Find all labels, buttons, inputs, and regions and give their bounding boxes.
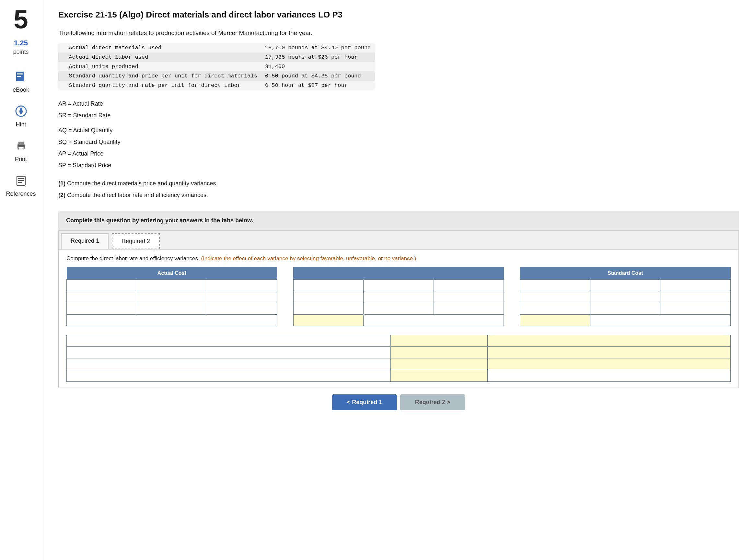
summary-yellow1[interactable]: [293, 315, 364, 326]
cell[interactable]: [433, 291, 504, 303]
input-sc-r2c2[interactable]: [590, 291, 660, 303]
tabs-container: Required 1 Required 2 Compute the direct…: [58, 231, 739, 388]
input-ac-r3c3[interactable]: [207, 303, 277, 314]
input-summary-ac[interactable]: [67, 315, 277, 326]
yellow-cell[interactable]: [390, 370, 488, 382]
yellow-cell[interactable]: [488, 335, 731, 347]
input-summary-y2[interactable]: [520, 315, 590, 326]
cell[interactable]: [207, 280, 278, 291]
input-b-r1c3[interactable]: [488, 335, 730, 346]
input-m-r2c3[interactable]: [434, 291, 504, 303]
cell[interactable]: [207, 291, 278, 303]
data-value: 16,700 pounds at $4.40 per pound: [261, 43, 374, 53]
yellow-cell[interactable]: [390, 358, 488, 370]
input-sc-r1c3[interactable]: [660, 280, 730, 291]
cell[interactable]: [660, 303, 731, 315]
input-sc-r1c2[interactable]: [590, 280, 660, 291]
input-sc-r3c3[interactable]: [660, 303, 730, 314]
cell[interactable]: [590, 303, 660, 315]
next-button[interactable]: Required 2 >: [400, 394, 465, 410]
summary-sc[interactable]: [590, 315, 730, 326]
cell[interactable]: [207, 303, 278, 315]
input-ac-r3c2[interactable]: [137, 303, 207, 314]
input-m-r3c3[interactable]: [434, 303, 504, 314]
input-ac-r2c2[interactable]: [137, 291, 207, 303]
input-b-r3c1[interactable]: [67, 358, 390, 370]
yellow-cell[interactable]: [390, 335, 488, 347]
yellow-cell[interactable]: [488, 358, 731, 370]
cell[interactable]: [520, 303, 590, 315]
input-b-r1c2[interactable]: [391, 335, 488, 346]
input-b-r4c1[interactable]: [67, 370, 390, 381]
cell[interactable]: [520, 280, 590, 291]
input-sc-r2c1[interactable]: [520, 291, 590, 303]
input-b-r3c2[interactable]: [391, 358, 488, 370]
yellow-cell[interactable]: [488, 347, 731, 358]
cell[interactable]: [293, 291, 364, 303]
cell[interactable]: [67, 335, 391, 347]
input-b-r4c2[interactable]: [391, 370, 488, 381]
cell[interactable]: [433, 303, 504, 315]
cell[interactable]: [590, 280, 660, 291]
input-b-r2c2[interactable]: [391, 347, 488, 358]
input-sc-r3c2[interactable]: [590, 303, 660, 314]
cell[interactable]: [137, 291, 207, 303]
cell[interactable]: [67, 358, 391, 370]
input-summary-m[interactable]: [364, 315, 504, 326]
input-b-r2c1[interactable]: [67, 347, 390, 358]
cell[interactable]: [488, 370, 731, 382]
cell[interactable]: [364, 291, 434, 303]
cell[interactable]: [67, 303, 137, 315]
tab-required2[interactable]: Required 2: [112, 233, 160, 249]
input-summary-y1[interactable]: [293, 315, 364, 326]
input-m-r1c1[interactable]: [293, 280, 364, 291]
tab-required1[interactable]: Required 1: [61, 233, 108, 249]
input-sc-r3c1[interactable]: [520, 303, 590, 314]
input-b-r3c3[interactable]: [488, 358, 730, 370]
input-m-r2c1[interactable]: [293, 291, 364, 303]
input-ac-r1c3[interactable]: [207, 280, 277, 291]
yellow-cell[interactable]: [390, 347, 488, 358]
cell[interactable]: [67, 291, 137, 303]
cell[interactable]: [660, 280, 731, 291]
input-b-r4c3[interactable]: [488, 370, 730, 381]
input-sc-r1c1[interactable]: [520, 280, 590, 291]
sidebar-item-references[interactable]: References: [6, 173, 36, 197]
input-m-r3c2[interactable]: [364, 303, 433, 314]
cell[interactable]: [293, 280, 364, 291]
cell[interactable]: [137, 303, 207, 315]
svg-rect-14: [18, 178, 24, 179]
input-ac-r1c2[interactable]: [137, 280, 207, 291]
input-m-r1c3[interactable]: [434, 280, 504, 291]
sidebar-item-hint[interactable]: Hint: [13, 103, 29, 128]
cell[interactable]: [67, 347, 391, 358]
cell[interactable]: [364, 280, 434, 291]
sidebar-item-print[interactable]: Print: [13, 138, 29, 163]
input-ac-r1c1[interactable]: [67, 280, 137, 291]
summary-m[interactable]: [364, 315, 504, 326]
input-m-r2c2[interactable]: [364, 291, 433, 303]
cell[interactable]: [660, 291, 731, 303]
sidebar-item-ebook[interactable]: eBook: [13, 68, 29, 93]
input-sc-r2c3[interactable]: [660, 291, 730, 303]
input-m-r3c1[interactable]: [293, 303, 364, 314]
prev-button[interactable]: < Required 1: [332, 394, 397, 410]
cell[interactable]: [137, 280, 207, 291]
summary-yellow2[interactable]: [520, 315, 590, 326]
cell[interactable]: [293, 303, 364, 315]
input-ac-r2c1[interactable]: [67, 291, 137, 303]
summary-ac[interactable]: [67, 315, 278, 326]
cell[interactable]: [67, 370, 391, 382]
cell[interactable]: [590, 291, 660, 303]
input-ac-r2c3[interactable]: [207, 291, 277, 303]
input-b-r2c3[interactable]: [488, 347, 730, 358]
cell[interactable]: [364, 303, 434, 315]
cell[interactable]: [520, 291, 590, 303]
input-ac-r3c1[interactable]: [67, 303, 137, 314]
input-m-r1c2[interactable]: [364, 280, 433, 291]
summary-row: [67, 315, 731, 326]
input-summary-sc[interactable]: [590, 315, 730, 326]
cell[interactable]: [433, 280, 504, 291]
input-b-r1c1[interactable]: [67, 335, 390, 346]
cell[interactable]: [67, 280, 137, 291]
